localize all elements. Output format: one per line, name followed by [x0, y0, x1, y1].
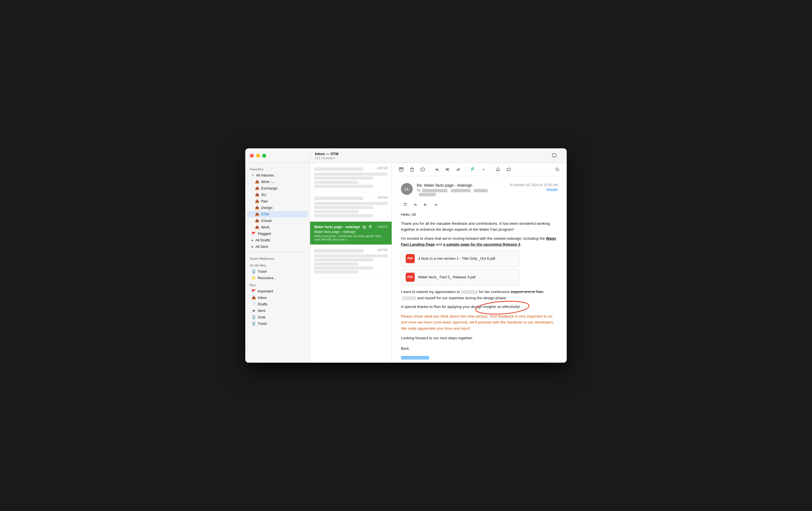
email-date-block: 9 October AD 2024 at 10:35 AM Details	[510, 183, 558, 192]
separator	[465, 167, 466, 172]
sidebar-item-recovered[interactable]: 📁 Recovere...	[247, 275, 308, 281]
active-message-date: 10/8/24	[377, 225, 388, 228]
notification-button[interactable]	[493, 165, 503, 174]
attachment-2[interactable]: PDF Water facts_ Fact 5_ Release 3.pdf	[401, 269, 519, 285]
list-item[interactable]: 10/7/24	[310, 192, 392, 222]
divider	[250, 252, 306, 252]
sidebar-item-exchange[interactable]: 📥 Exchange	[247, 185, 308, 192]
sender-name-blurred	[401, 356, 429, 360]
sidebar-item-all-inboxes[interactable]: ▼ All Inboxes	[247, 172, 308, 178]
active-message-subject: Water facts page - redesign	[314, 230, 388, 234]
email-header: LL Re: Water facts page - redesign To: 9…	[401, 183, 558, 196]
search-button[interactable]	[553, 165, 562, 174]
details-link[interactable]: Details	[510, 188, 558, 192]
sidebar-item-stw[interactable]: 📥 STW	[247, 211, 308, 218]
move-button[interactable]	[504, 165, 514, 174]
sidebar-item-all-sent[interactable]: ▶ All Sent	[247, 244, 308, 250]
forward-button[interactable]	[454, 165, 463, 174]
signature-role: Technology Project Leader	[401, 362, 558, 363]
email-to: To:	[417, 189, 506, 196]
recipient-4	[419, 193, 436, 196]
flag-button[interactable]	[468, 165, 477, 174]
message-date: 10/7/24	[377, 248, 388, 252]
inline-reply-all-button[interactable]	[421, 201, 430, 208]
work-label: Work -...	[261, 180, 306, 184]
circled-text-2: pplying your design insights so effectiv…	[450, 305, 520, 309]
drafts-label: Drafts	[258, 302, 306, 306]
inbox-icon: 📥	[255, 193, 259, 197]
to-label: To:	[417, 189, 421, 192]
sidebar-item-su[interactable]: 📥 SU	[247, 192, 308, 198]
list-item[interactable]: 10/7/24	[310, 245, 392, 278]
inbox-icon: 📥	[252, 295, 256, 300]
reply-all-button[interactable]	[443, 165, 453, 174]
inline-trash-button[interactable]	[401, 201, 409, 208]
body-para2-end: .	[520, 242, 521, 247]
sidebar-item-inbox-ran[interactable]: 📥 Inbox	[247, 294, 308, 301]
body-para3-start: I want to extend my appreciation to	[401, 290, 461, 294]
maximize-button[interactable]	[262, 154, 266, 158]
flag-dropdown-button[interactable]	[479, 165, 488, 174]
sidebar-item-design[interactable]: 📥 Design	[247, 204, 308, 211]
titlebar-center: Inbox — STW 211 messages	[310, 151, 567, 160]
inbox-ran-label: Inbox	[258, 295, 306, 300]
email-body: Hello, All Thank you for all the valuabl…	[401, 211, 558, 363]
sidebar-item-icloud[interactable]: 📥 iCloud	[247, 218, 308, 224]
compose-icon[interactable]	[550, 151, 559, 160]
attachment-1[interactable]: PDF 4 facts in a row version 1 - Title O…	[401, 250, 519, 267]
list-item-active[interactable]: Water facts page - redesign 6 ⏱ 10/8/24 …	[310, 222, 392, 245]
sidebar-item-all-drafts[interactable]: ▶ All Drafts	[247, 237, 308, 244]
sidebar-item-ran[interactable]: 📥 Ran	[247, 198, 308, 204]
minimize-button[interactable]	[256, 154, 260, 158]
sidebar-item-trash-mac[interactable]: 🗑️ Trash	[247, 268, 308, 275]
flagged-label: Flagged	[258, 231, 306, 236]
sent-icon: ➤	[252, 309, 256, 313]
sidebar-item-junk-ran[interactable]: 🗑️ Junk	[247, 314, 308, 320]
email-meta: Re: Water facts page - redesign To:	[417, 183, 506, 196]
trash-button[interactable]	[407, 165, 417, 174]
svg-rect-1	[399, 168, 403, 171]
sidebar-item-important[interactable]: 🚩 Important	[247, 288, 308, 294]
junk-icon: 🗑️	[252, 315, 256, 319]
traffic-lights	[250, 154, 266, 158]
icloud-label: iCloud	[261, 219, 306, 223]
detail-toolbar	[392, 163, 567, 176]
inline-forward-button[interactable]	[431, 201, 440, 208]
inline-reply-button[interactable]	[411, 201, 419, 208]
archive-button[interactable]	[397, 165, 406, 174]
trash-icon: 🗑️	[252, 321, 256, 326]
email-subject: Re: Water facts page - redesign	[417, 183, 506, 188]
inbox-icon: 📥	[255, 180, 259, 184]
folder-icon: 📁	[252, 276, 256, 280]
message-list: 10/7/24 10/7/24	[310, 163, 392, 363]
email-date: 9 October AD 2024 at 10:35 AM	[510, 183, 558, 187]
important-label: Important	[258, 289, 306, 293]
active-sender-name: Water facts page - redesign	[314, 225, 360, 229]
exchange-label: Exchange	[261, 186, 306, 190]
clock-icon: ⏱	[369, 225, 372, 229]
all-sent-label: All Sent	[256, 245, 306, 249]
sidebar-item-work2[interactable]: 📥 Work	[247, 224, 308, 230]
sidebar-item-flagged[interactable]: 🚩 Flagged	[247, 230, 308, 237]
blurred-person-2	[402, 296, 416, 300]
sent-label: Sent	[258, 309, 306, 313]
junk-button[interactable]	[418, 165, 428, 174]
sidebar-item-drafts-ran[interactable]: 📄 Drafts	[247, 301, 308, 307]
body-para2-start: I'm excited to share that we're moving f…	[401, 236, 546, 240]
close-button[interactable]	[250, 154, 254, 158]
list-item[interactable]: 10/7/24	[310, 163, 392, 192]
main-layout: Favorites ▼ All Inboxes 📥 Work -... 📥 Ex…	[245, 163, 567, 363]
body-para3-mid: for her continuous	[479, 290, 511, 294]
message-date: 10/7/24	[377, 166, 388, 170]
sidebar-item-work[interactable]: 📥 Work -...	[247, 178, 308, 185]
reply-button[interactable]	[432, 165, 442, 174]
sidebar-item-trash-ran[interactable]: 🗑️ Trash	[247, 320, 308, 327]
su-label: SU	[261, 193, 306, 197]
trash-ran-label: Trash	[258, 321, 306, 326]
message-sender	[314, 248, 376, 254]
avatar: LL	[401, 183, 413, 195]
sidebar-item-sent-ran[interactable]: ➤ Sent	[247, 307, 308, 314]
body-greeting: Hello, All	[401, 211, 558, 218]
body-para3-mid2: and myself for our expertise during the …	[417, 296, 507, 300]
stw-label: STW	[261, 212, 306, 216]
